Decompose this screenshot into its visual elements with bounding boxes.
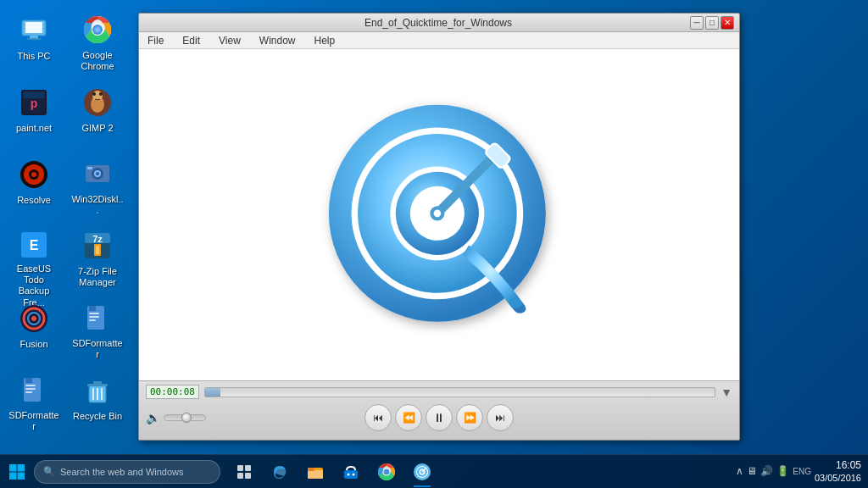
desktop-icon-this-pc[interactable]: This PC [4,8,64,77]
svg-rect-45 [25,378,32,383]
network-icon[interactable]: 🖥 [747,465,757,477]
menu-file[interactable]: File [142,33,169,48]
svg-rect-41 [89,313,99,314]
desktop-icon-easeus[interactable]: E EaseUS Todo Backup Fre... [4,225,64,293]
svg-rect-68 [9,472,17,480]
sdformatter1-icon [81,302,114,335]
clock-time: 16:05 [836,459,861,473]
recycle-bin-icon [81,374,114,408]
svg-rect-69 [18,472,25,480]
desktop-icon-chrome[interactable]: Google Chrome [68,8,127,77]
gimp-icon [81,86,114,119]
volume-control: 🔈 [146,411,206,424]
progress-fill [205,388,220,396]
taskbar-icons [227,455,439,489]
7zip-icon: 7z [81,230,114,263]
desktop-icon-paint[interactable]: p paint.net [4,80,64,149]
chevron-up-icon[interactable]: ∧ [736,465,743,477]
menu-view[interactable]: View [214,33,246,48]
svg-point-65 [434,209,442,217]
svg-rect-27 [87,167,92,169]
volume-slider[interactable] [164,414,206,421]
svg-point-78 [348,473,350,475]
quicktime-menubar: File Edit View Window Help [139,32,739,49]
skip-back-button[interactable]: ⏮ [364,404,392,431]
quicktime-titlebar: End_of_Quicktime_for_Windows ─ □ ✕ [139,14,739,32]
desktop-icon-win32disk[interactable]: Win32Diskl... [68,152,127,221]
volume-icon: 🔈 [146,411,160,424]
menu-help[interactable]: Help [309,33,341,48]
svg-text:E: E [30,238,39,252]
battery-icon[interactable]: 🔋 [776,465,789,477]
svg-point-26 [96,172,99,175]
svg-rect-71 [245,465,251,471]
menu-window[interactable]: Window [254,33,301,48]
desktop-icon-recycle-bin[interactable]: Recycle Bin [68,369,127,437]
tray-clock[interactable]: 16:05 03/05/2016 [815,459,861,485]
volume-knob [181,413,192,423]
search-placeholder: Search the web and Windows [60,467,184,477]
svg-point-38 [31,316,36,321]
task-view-button[interactable] [227,455,261,489]
pause-button[interactable]: ⏸ [426,404,453,431]
svg-rect-72 [237,473,243,479]
desktop-icon-fusion[interactable]: Fusion [4,297,64,365]
windows-logo-icon [8,463,25,480]
maximize-button[interactable]: □ [705,16,719,30]
this-pc-icon [17,14,51,47]
desktop-icons: This PC [4,8,131,441]
close-button[interactable]: ✕ [721,16,734,30]
quicktime-taskbar-icon[interactable] [405,455,439,489]
start-button[interactable] [0,455,34,489]
svg-rect-77 [344,470,358,479]
tray-icons: ∧ 🖥 🔊 🔋 ENG [736,465,811,477]
svg-point-79 [353,473,355,475]
window-title: End_of_Quicktime_for_Windows [186,17,690,29]
desktop-icon-gimp[interactable]: GIMP 2 [68,80,127,149]
progress-bar[interactable] [204,387,715,397]
system-tray: ∧ 🖥 🔊 🔋 ENG 16:05 03/05/2016 [736,459,868,485]
fusion-icon [17,302,51,336]
svg-point-22 [31,172,36,177]
svg-rect-66 [9,464,17,472]
svg-rect-13 [23,92,45,98]
store-taskbar-icon[interactable] [334,455,368,489]
svg-rect-3 [27,38,41,40]
taskbar-search[interactable]: 🔍 Search the web and Windows [34,460,220,484]
search-icon: 🔍 [43,466,55,477]
svg-rect-1 [25,22,42,33]
svg-point-18 [99,92,103,96]
easeus-icon: E [17,230,51,260]
menu-edit[interactable]: Edit [177,33,205,48]
desktop-icon-resolve[interactable]: Resolve [4,152,64,221]
svg-text:7z: 7z [92,234,103,244]
filter-icon: ▼ [721,385,732,399]
desktop-icon-7zip[interactable]: 7z 7-Zip File Manager [68,225,127,293]
rewind-button[interactable]: ⏪ [395,404,422,431]
keyboard-icon: ENG [793,467,811,476]
svg-rect-70 [237,465,243,471]
fast-forward-button[interactable]: ⏩ [456,404,483,431]
quicktime-window: End_of_Quicktime_for_Windows ─ □ ✕ File … [138,13,740,441]
svg-text:p: p [31,97,38,110]
svg-point-9 [96,28,100,32]
explorer-taskbar-icon[interactable] [298,455,332,489]
skip-forward-button[interactable]: ⏭ [487,404,514,431]
buttons-row: 🔈 ⏮ ⏪ ⏸ ⏩ ⏭ [146,404,732,431]
chrome-taskbar-icon[interactable] [370,455,403,489]
svg-rect-75 [308,470,323,479]
desktop-icon-sdformatter1[interactable]: SDFormatter [68,297,127,365]
desktop-icon-sdformatter2[interactable]: SDFormatter [4,369,64,437]
sdformatter2-icon [17,374,51,407]
svg-rect-48 [25,391,32,393]
minimize-button[interactable]: ─ [690,16,704,30]
edge-taskbar-icon[interactable] [263,455,297,489]
window-controls: ─ □ ✕ [690,16,734,30]
clock-date: 03/05/2016 [815,472,861,484]
chrome-icon [81,14,114,47]
svg-rect-51 [93,381,102,385]
svg-rect-43 [89,319,96,321]
svg-rect-46 [25,385,36,386]
svg-rect-42 [89,316,99,318]
volume-tray-icon[interactable]: 🔊 [760,465,773,477]
